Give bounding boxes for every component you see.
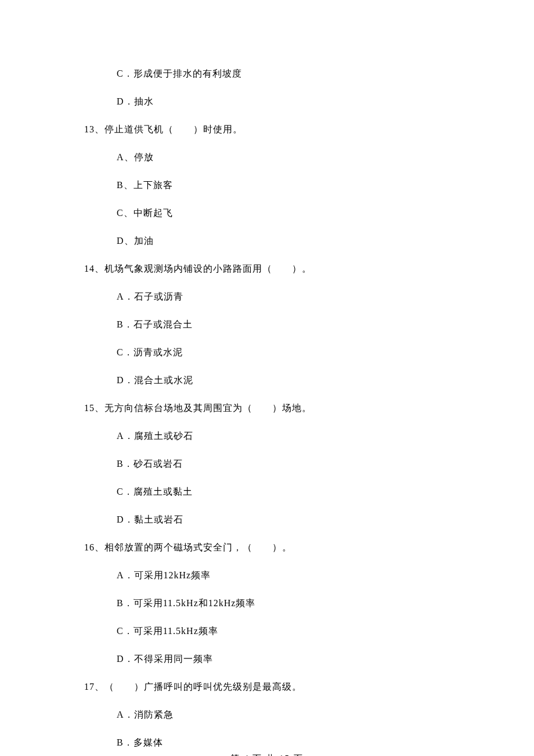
question-15-option-b: B．砂石或岩石	[84, 457, 450, 471]
question-17-stem: 17、（ ）广播呼叫的呼叫优先级别是最高级。	[84, 680, 450, 694]
question-15-option-c: C．腐殖土或黏土	[84, 485, 450, 499]
question-14-stem: 14、机场气象观测场内铺设的小路路面用（ ）。	[84, 262, 450, 276]
question-13-option-d: D、加油	[84, 234, 450, 248]
question-16-option-d: D．不得采用同一频率	[84, 652, 450, 666]
page-footer: 第 4 页 共 15 页	[0, 752, 534, 757]
question-13-stem: 13、停止道供飞机（ ）时使用。	[84, 123, 450, 136]
question-16-option-b: B．可采用11.5kHz和12kHz频率	[84, 596, 450, 610]
question-13-option-c: C、中断起飞	[84, 206, 450, 220]
question-13-option-b: B、上下旅客	[84, 178, 450, 192]
question-17-option-a: A．消防紧急	[84, 708, 450, 722]
question-17-option-b: B．多媒体	[84, 736, 450, 750]
question-15-stem: 15、无方向信标台场地及其周围宜为（ ）场地。	[84, 401, 450, 415]
orphan-option-d: D．抽水	[84, 95, 450, 109]
question-14-option-a: A．石子或沥青	[84, 290, 450, 304]
question-16-option-c: C．可采用11.5kHz频率	[84, 624, 450, 638]
question-13-option-a: A、停放	[84, 150, 450, 164]
question-16-option-a: A．可采用12kHz频率	[84, 568, 450, 582]
question-15-option-a: A．腐殖土或砂石	[84, 429, 450, 443]
question-14-option-d: D．混合土或水泥	[84, 373, 450, 387]
page-container: C．形成便于排水的有利坡度 D．抽水 13、停止道供飞机（ ）时使用。 A、停放…	[0, 0, 534, 756]
question-14-option-b: B．石子或混合土	[84, 318, 450, 332]
question-16-stem: 16、相邻放置的两个磁场式安全门，（ ）。	[84, 541, 450, 555]
orphan-option-c: C．形成便于排水的有利坡度	[84, 67, 450, 81]
question-14-option-c: C．沥青或水泥	[84, 345, 450, 359]
question-15-option-d: D．黏土或岩石	[84, 513, 450, 527]
